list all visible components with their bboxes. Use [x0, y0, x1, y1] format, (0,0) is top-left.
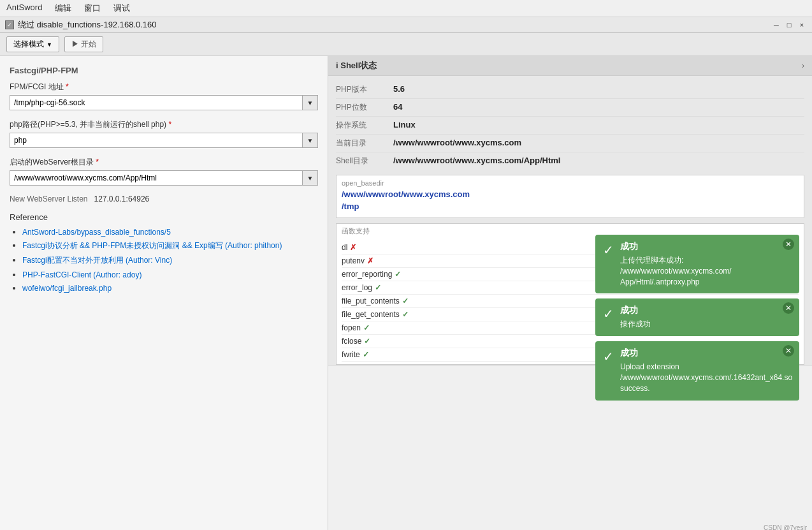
shell-dir-key: Shell目录 [336, 156, 393, 166]
watermark: CSDN @7yesir [764, 524, 807, 530]
ref-link-1[interactable]: Fastcgi协议分析 && PHP-FPM未授权访问漏洞 && Exp编写 (… [22, 241, 282, 250]
os-val: Linux [393, 120, 416, 131]
toast-content-2: 成功 Upload extension /www/wwwroot/www.xyc… [620, 348, 792, 394]
func-name-file-put: file_put_contents [342, 297, 400, 305]
toast-content-0: 成功 上传代理脚本成功:/www/wwwroot/www.xycms.com/A… [620, 241, 792, 287]
toolbar: 选择模式 ▼ ▶ 开始 [0, 33, 812, 56]
close-icon: ✕ [785, 346, 792, 355]
list-item: PHP-FastCGI-Client (Author: adoy) [22, 270, 318, 279]
fpm-input[interactable] [10, 96, 302, 110]
webroot-input[interactable] [10, 171, 302, 185]
shell-dir-val: /www/wwwroot/www.xycms.com/App/Html [393, 156, 560, 166]
maximize-button[interactable]: □ [784, 20, 794, 30]
toast-message-2: Upload extension /www/wwwroot/www.xycms.… [620, 362, 792, 394]
ref-link-4[interactable]: wofeiwo/fcgi_jailbreak.php [22, 284, 112, 293]
toast-title-2: 成功 [620, 348, 792, 359]
os-key: 操作系统 [336, 120, 393, 131]
func-name-error-log: error_log [342, 283, 372, 292]
shell-info-table: PHP版本 5.6 PHP位数 64 操作系统 Linux 当前目录 /www/… [328, 76, 812, 175]
func-name-error-reporting: error_reporting [342, 270, 392, 279]
dropdown-icon: ▼ [307, 99, 314, 107]
dropdown-icon: ▼ [307, 137, 314, 144]
func-status-error-reporting: ✓ [395, 270, 401, 279]
current-dir-key: 当前目录 [336, 138, 393, 149]
window-icon: ✓ [5, 20, 14, 29]
dropdown-icon: ▼ [47, 41, 52, 48]
toast-close-2[interactable]: ✕ [783, 345, 794, 357]
func-status-fclose: ✓ [364, 337, 370, 346]
mode-select-button[interactable]: 选择模式 ▼ [6, 36, 59, 52]
func-name-fwrite: fwrite [342, 350, 360, 359]
list-item: AntSword-Labs/bypass_disable_functions/5 [22, 227, 318, 237]
toast-close-1[interactable]: ✕ [783, 302, 794, 314]
right-panel: i Shell状态 › PHP版本 5.6 PHP位数 64 操作系统 Linu… [328, 56, 812, 530]
func-name-fclose: fclose [342, 337, 361, 346]
webroot-form-group: 启动的WebServer根目录 * ▼ [10, 157, 318, 186]
toast-2: ✓ 成功 Upload extension /www/wwwroot/www.x… [595, 341, 799, 400]
listen-info: New WebServer Listen 127.0.0.1:64926 [10, 195, 318, 203]
fpm-dropdown-btn[interactable]: ▼ [302, 96, 317, 110]
table-row: 当前目录 /www/wwwroot/www.xycms.com [336, 135, 804, 152]
php-dropdown-btn[interactable]: ▼ [302, 133, 317, 147]
current-dir-val: /www/wwwroot/www.xycms.com [393, 138, 521, 149]
reference-list: AntSword-Labs/bypass_disable_functions/5… [10, 227, 318, 293]
fpm-form-group: FPM/FCGI 地址 * ▼ [10, 82, 318, 110]
openbasedir-label: open_basedir [342, 179, 799, 187]
listen-label: New WebServer Listen [10, 195, 88, 203]
main-content: Fastcgi/PHP-FPM FPM/FCGI 地址 * ▼ php路径(PH… [0, 56, 812, 530]
table-row: PHP版本 5.6 [336, 81, 804, 99]
func-status-putenv: ✗ [367, 256, 373, 265]
start-label: ▶ 开始 [71, 39, 96, 50]
listen-value: 127.0.0.1:64926 [94, 195, 150, 203]
menu-debug[interactable]: 调试 [107, 1, 136, 15]
toast-message-1: 操作成功 [620, 319, 792, 330]
list-item: Fastcgi配置不当对外开放利用 (Author: Vinc) [22, 255, 318, 266]
php-input-group: ▼ [10, 133, 318, 148]
webroot-label: 启动的WebServer根目录 * [10, 157, 318, 168]
php-bits-val: 64 [393, 102, 402, 113]
start-button[interactable]: ▶ 开始 [64, 36, 103, 52]
php-bits-key: PHP位数 [336, 102, 393, 113]
php-input[interactable] [10, 133, 302, 147]
func-status-dl: ✗ [350, 243, 356, 252]
toast-close-0[interactable]: ✕ [783, 239, 794, 250]
func-status-file-put: ✓ [402, 297, 409, 305]
openbasedir-path-0: /www/wwwroot/www.xycms.com [342, 189, 799, 199]
func-name-fopen: fopen [342, 323, 361, 332]
mode-label: 选择模式 [13, 39, 44, 50]
toast-check-icon-2: ✓ [603, 349, 614, 364]
func-name-file-get: file_get_contents [342, 310, 400, 319]
list-item: Fastcgi协议分析 && PHP-FPM未授权访问漏洞 && Exp编写 (… [22, 240, 318, 251]
toast-0: ✓ 成功 上传代理脚本成功:/www/wwwroot/www.xycms.com… [595, 235, 799, 293]
func-name-putenv: putenv [342, 256, 365, 265]
menu-window[interactable]: 窗口 [78, 1, 107, 15]
close-icon: ✕ [785, 304, 792, 313]
minimize-button[interactable]: ─ [771, 20, 781, 30]
php-version-val: 5.6 [393, 84, 405, 95]
menu-edit[interactable]: 编辑 [48, 1, 78, 15]
toast-check-icon-1: ✓ [603, 306, 614, 321]
openbasedir-path-1: /tmp [342, 202, 799, 211]
func-status-fwrite: ✓ [363, 350, 369, 359]
func-status-error-log: ✓ [375, 283, 381, 292]
menu-antsword[interactable]: AntSword [0, 1, 48, 15]
webroot-input-group: ▼ [10, 170, 318, 186]
php-label: php路径(PHP>=5.3, 并非当前运行的shell php) * [10, 119, 318, 130]
fpm-input-group: ▼ [10, 95, 318, 110]
php-version-key: PHP版本 [336, 84, 393, 95]
ref-link-3[interactable]: PHP-FastCGI-Client (Author: adoy) [22, 270, 141, 279]
menubar: AntSword 编辑 窗口 调试 [0, 0, 812, 17]
toast-title-0: 成功 [620, 241, 792, 253]
ref-link-2[interactable]: Fastcgi配置不当对外开放利用 (Author: Vinc) [22, 256, 172, 265]
ref-link-0[interactable]: AntSword-Labs/bypass_disable_functions/5 [22, 228, 171, 237]
expand-icon[interactable]: › [802, 61, 804, 70]
shell-status-header: i Shell状态 › [328, 56, 812, 76]
webroot-dropdown-btn[interactable]: ▼ [302, 171, 317, 185]
close-icon: ✕ [785, 240, 792, 249]
list-item: wofeiwo/fcgi_jailbreak.php [22, 283, 318, 293]
toast-1: ✓ 成功 操作成功 ✕ [595, 298, 799, 336]
toast-check-icon-0: ✓ [603, 242, 614, 258]
reference-section: Reference AntSword-Labs/bypass_disable_f… [10, 212, 318, 293]
close-button[interactable]: × [797, 20, 807, 30]
func-status-file-get: ✓ [402, 310, 409, 319]
